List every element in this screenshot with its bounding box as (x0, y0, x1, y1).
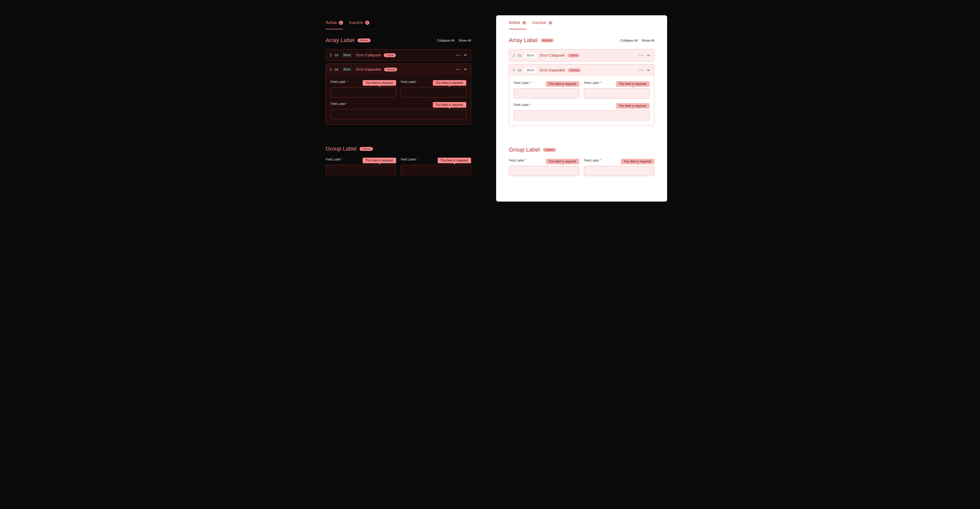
tab-inactive-count: 2 (549, 21, 552, 25)
collapse-all-button[interactable]: Collapse All (620, 38, 638, 42)
more-icon[interactable] (456, 55, 460, 56)
field-label: Field Label * (584, 81, 601, 85)
svg-point-10 (641, 70, 642, 71)
form-field: Field Label * This field is required. (401, 80, 466, 97)
field-input[interactable] (514, 110, 649, 121)
array-row-header[interactable]: 03 Block Error Collapsed 1 Error (326, 49, 471, 61)
tab-inactive-label: Inactive (532, 21, 546, 25)
svg-point-2 (460, 55, 460, 56)
drag-handle-icon[interactable] (330, 68, 331, 71)
group-section-title: Group Label (326, 145, 356, 152)
field-error-tooltip: This field is required. (363, 80, 396, 86)
row-title: Error Expanded (540, 68, 565, 72)
tab-active[interactable]: Active 6 (326, 21, 343, 29)
array-section-header: Array Label 4 Errors Collapse All Show A… (509, 37, 654, 44)
field-input[interactable] (509, 166, 579, 176)
block-tag: Block (341, 52, 353, 58)
array-errors-badge: 4 Errors (541, 38, 554, 42)
array-section: Array Label 4 Errors Collapse All Show A… (313, 29, 484, 137)
more-icon[interactable] (639, 55, 643, 56)
tab-inactive[interactable]: Inactive 2 (532, 21, 552, 29)
svg-point-9 (640, 70, 640, 71)
field-input[interactable] (326, 165, 396, 175)
tab-active-count: 6 (522, 21, 526, 25)
row-errors-badge: 1 Error (568, 54, 579, 57)
row-title: Error Collapsed (356, 53, 381, 57)
collapse-all-button[interactable]: Collapse All (437, 38, 454, 42)
row-number: 02 (518, 68, 522, 72)
chevron-down-icon[interactable] (464, 68, 467, 70)
more-icon[interactable] (456, 69, 460, 70)
more-icon[interactable] (639, 70, 643, 71)
field-label: Field Label * (401, 80, 418, 84)
tab-active-count: 6 (339, 21, 343, 25)
tab-active-label: Active (509, 21, 520, 25)
field-error-tooltip: This field is required. (621, 159, 654, 164)
field-error-tooltip: This field is required. (433, 80, 466, 86)
svg-point-8 (643, 55, 643, 56)
block-tag: Block (525, 52, 536, 58)
field-error-tooltip: This field is required. (546, 159, 579, 164)
block-tag: Block (525, 67, 536, 73)
chevron-down-icon[interactable] (647, 69, 650, 71)
form-field: Field Label * This field is required. (514, 81, 579, 99)
group-errors-badge: 2 Errors (543, 148, 556, 152)
field-input[interactable] (584, 88, 649, 99)
array-row-header[interactable]: 01 Block Error Collapsed 1 Error (509, 49, 654, 61)
drag-handle-icon[interactable] (330, 54, 331, 56)
field-error-tooltip: This field is required. (546, 81, 579, 87)
field-label: Field Label * (514, 81, 531, 85)
form-field: Field Label * This field is required. (584, 81, 649, 99)
tab-inactive[interactable]: Inactive 2 (349, 21, 369, 29)
show-all-button[interactable]: Show All (641, 38, 654, 42)
array-row-header[interactable]: 04 Block Error Expanded 3 Errors (326, 64, 471, 75)
array-errors-badge: 4 Errors (358, 38, 371, 42)
row-number: 04 (334, 68, 338, 72)
row-errors-badge: 3 Errors (384, 68, 397, 72)
tab-inactive-count: 2 (365, 21, 369, 25)
field-error-tooltip: This field is required. (433, 102, 466, 108)
form-field: Field Label * This field is required. (584, 159, 654, 176)
block-tag: Block (341, 67, 353, 72)
field-input[interactable] (331, 87, 396, 97)
drag-handle-icon[interactable] (513, 54, 515, 57)
row-number: 03 (334, 53, 338, 57)
group-section-header: Group Label 2 Errors (509, 146, 654, 153)
panel-light: Active 6 Inactive 2 Array Label 4 Errors… (496, 15, 667, 202)
chevron-down-icon[interactable] (464, 54, 467, 56)
array-section-title: Array Label (509, 37, 538, 44)
field-input[interactable] (331, 109, 466, 119)
svg-point-3 (456, 69, 457, 70)
chevron-down-icon[interactable] (647, 54, 650, 56)
field-label: Field Label * (331, 80, 348, 84)
svg-point-6 (640, 55, 640, 56)
field-input[interactable] (584, 166, 654, 176)
array-section: Array Label 4 Errors Collapse All Show A… (496, 29, 667, 138)
row-body: Field Label * This field is required. Fi… (326, 75, 471, 124)
field-label: Field Label * (331, 102, 348, 106)
group-errors-badge: 2 Errors (360, 147, 373, 151)
array-section-header: Array Label 4 Errors Collapse All Show A… (326, 37, 471, 44)
svg-point-0 (456, 55, 457, 56)
row-errors-badge: 3 Errors (568, 68, 581, 72)
tabs: Active 6 Inactive 2 (496, 15, 667, 29)
field-input[interactable] (514, 88, 579, 99)
field-input[interactable] (401, 165, 471, 175)
row-number: 01 (518, 54, 522, 57)
panel-dark: Active 6 Inactive 2 Array Label 4 Errors… (313, 15, 484, 202)
array-section-title: Array Label (326, 37, 355, 44)
tab-active[interactable]: Active 6 (509, 21, 526, 29)
group-section-header: Group Label 2 Errors (326, 145, 471, 152)
form-field: Field Label * This field is required. (331, 102, 466, 119)
row-title: Error Collapsed (540, 53, 565, 57)
field-input[interactable] (401, 87, 466, 97)
form-field: Field Label * This field is required. (509, 159, 579, 176)
row-body: Field Label * This field is required. Fi… (509, 76, 654, 126)
svg-point-5 (460, 69, 460, 70)
array-row-header[interactable]: 02 Block Error Expanded 3 Errors (509, 64, 654, 76)
array-row-collapsed: 01 Block Error Collapsed 1 Error (509, 49, 654, 62)
drag-handle-icon[interactable] (513, 69, 515, 72)
field-label: Field Label * (326, 157, 343, 161)
svg-point-4 (458, 69, 458, 70)
show-all-button[interactable]: Show All (458, 38, 471, 42)
